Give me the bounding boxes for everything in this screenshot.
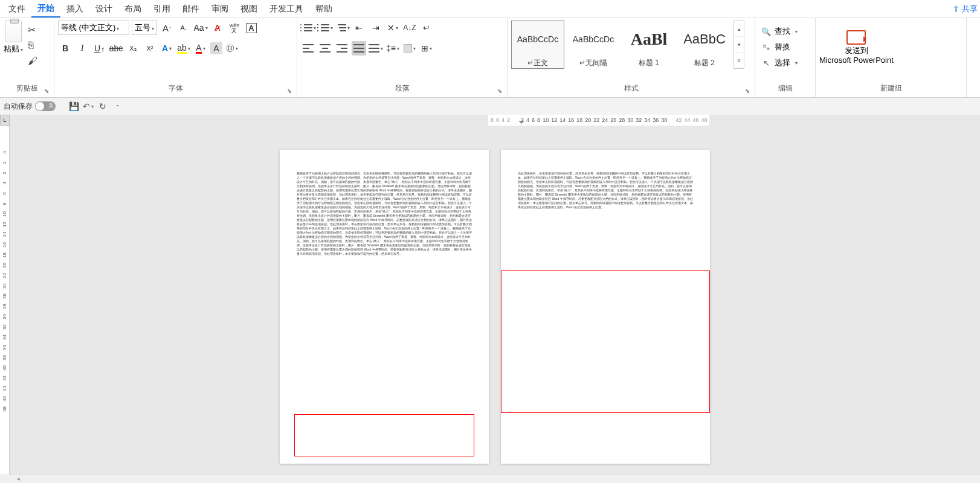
- font-size-select[interactable]: 五号: [132, 21, 157, 35]
- text-effects-button[interactable]: A: [160, 41, 174, 56]
- style-normal[interactable]: AaBbCcDc ↵正文: [511, 21, 564, 69]
- decrease-indent-button[interactable]: ⇤: [352, 21, 366, 35]
- superscript-button[interactable]: X²: [143, 41, 157, 56]
- styles-label: 样式: [508, 83, 755, 94]
- annotation-box-1: [294, 414, 474, 456]
- qat-customize[interactable]: ⁼: [111, 100, 123, 112]
- menu-mail[interactable]: 邮件: [176, 1, 205, 17]
- increase-font-button[interactable]: A↑: [160, 21, 174, 35]
- page-1-text[interactable]: 视频提供了功能强大的方法帮助您证明您的观点。当您单击联机视频时，可以在想要添加的…: [297, 171, 472, 413]
- replace-button[interactable]: ᵇₐ替换: [759, 40, 793, 54]
- decrease-font-button[interactable]: A↓: [176, 21, 191, 35]
- style-nospacing[interactable]: AaBbCcDc ↵无间隔: [567, 21, 620, 69]
- paragraph-launcher[interactable]: ⬊: [497, 88, 503, 94]
- borders-button[interactable]: ⊞: [419, 41, 434, 56]
- line-spacing-button[interactable]: ‡≡: [385, 41, 400, 56]
- styles-scroll: ▴ ▾ ≡: [733, 21, 744, 69]
- multilevel-button[interactable]: [335, 21, 349, 35]
- copy-icon[interactable]: ⎘: [28, 40, 39, 51]
- bullets-button[interactable]: [301, 21, 315, 35]
- sort-button[interactable]: A↓Z: [402, 21, 417, 35]
- clear-format-button[interactable]: A̷: [210, 21, 225, 35]
- font-group: 等线 (中文正文) 五号 A↑ A↓ Aa A̷ wén文 A B I U ab…: [54, 18, 297, 97]
- editing-group: 🔍查找 ᵇₐ替换 ↖选择 编辑: [755, 18, 816, 97]
- menu-review[interactable]: 审阅: [205, 1, 234, 17]
- align-center-button[interactable]: [318, 41, 332, 56]
- subscript-button[interactable]: X₂: [126, 41, 140, 56]
- paragraph-label: 段落: [297, 83, 507, 94]
- numbering-button[interactable]: [318, 21, 332, 35]
- menu-insert[interactable]: 插入: [60, 1, 89, 17]
- new-group-label: 新建组: [816, 83, 966, 94]
- select-button[interactable]: ↖选择: [759, 56, 800, 70]
- change-case-button[interactable]: Aa: [193, 21, 208, 35]
- phonetic-button[interactable]: wén文: [227, 21, 242, 35]
- enclose-char-button[interactable]: ㊐: [225, 41, 239, 56]
- show-marks-button[interactable]: ↵: [419, 21, 434, 35]
- styles-launcher[interactable]: ⬊: [745, 88, 751, 94]
- clipboard-icon: [5, 21, 22, 42]
- page-2[interactable]: 当处理表格时，单击要添加行或列的位置，然后单击加号。在新的阅读视图中阅读更加容易…: [501, 150, 710, 464]
- font-color-button[interactable]: A: [193, 41, 208, 56]
- styles-group: AaBbCcDc ↵正文 AaBbCcDc ↵无间隔 AaBl 标题 1 AaB…: [508, 18, 755, 97]
- share-button[interactable]: ⇪共享: [953, 4, 978, 14]
- editing-label: 编辑: [755, 83, 815, 94]
- distribute-button[interactable]: [369, 41, 383, 56]
- styles-scroll-down[interactable]: ▾: [734, 37, 744, 53]
- powerpoint-icon: [846, 30, 866, 45]
- underline-button[interactable]: U: [92, 41, 106, 56]
- search-icon: 🔍: [761, 27, 771, 36]
- ruler-corner: L: [0, 115, 10, 126]
- vertical-ruler[interactable]: 42 24 68 1012 1416 1820 2224 2628 3032 3…: [0, 126, 10, 475]
- menu-home[interactable]: 开始: [31, 1, 60, 18]
- paste-label: 粘贴: [4, 43, 23, 54]
- justify-button[interactable]: [352, 41, 366, 56]
- align-right-button[interactable]: [335, 41, 349, 56]
- undo-button[interactable]: ↶: [82, 100, 94, 112]
- horizontal-scrollbar[interactable]: [0, 475, 980, 483]
- cut-icon[interactable]: ✂: [28, 24, 39, 35]
- clipboard-launcher[interactable]: ⬊: [44, 88, 50, 94]
- format-painter-icon[interactable]: 🖌: [28, 56, 39, 66]
- autosave-label: 自动保存: [4, 101, 33, 112]
- highlight-button[interactable]: ab: [176, 41, 191, 56]
- menu-file[interactable]: 文件: [2, 1, 31, 17]
- align-left-button[interactable]: [301, 41, 315, 56]
- ribbon: 粘贴 ✂ ⎘ 🖌 剪贴板 ⬊ 等线 (中文正文) 五号 A↑ A↓ Aa A̷ …: [0, 18, 980, 98]
- bold-button[interactable]: B: [58, 41, 73, 56]
- paste-button[interactable]: 粘贴: [4, 21, 23, 54]
- strikethrough-button[interactable]: abc: [109, 41, 123, 56]
- style-heading1[interactable]: AaBl 标题 1: [622, 21, 675, 69]
- menu-bar: 文件 开始 插入 设计 布局 引用 邮件 审阅 视图 开发工具 帮助 ⇪共享: [0, 0, 980, 18]
- italic-button[interactable]: I: [75, 41, 89, 56]
- paragraph-group: ⇤ ⇥ ✕ A↓Z ↵ ‡≡ ⊞ 段落 ⬊: [297, 18, 508, 97]
- menu-view[interactable]: 视图: [234, 1, 263, 17]
- menu-layout[interactable]: 布局: [118, 1, 147, 17]
- shading-button[interactable]: [402, 41, 417, 56]
- style-heading2[interactable]: AaBbC 标题 2: [678, 21, 731, 69]
- font-label: 字体: [54, 83, 297, 94]
- menu-help[interactable]: 帮助: [309, 1, 338, 17]
- page-2-text[interactable]: 当处理表格时，单击要添加行或列的位置，然后单击加号。在新的阅读视图中阅读更加容易…: [518, 171, 693, 262]
- styles-more[interactable]: ≡: [734, 53, 744, 68]
- styles-scroll-up[interactable]: ▴: [734, 21, 744, 37]
- char-shading-button[interactable]: A: [210, 42, 222, 54]
- increase-indent-button[interactable]: ⇥: [369, 21, 383, 35]
- document-area: 42 24 68 1012 1416 1820 2224 2628 3032 3…: [0, 126, 980, 475]
- menu-references[interactable]: 引用: [147, 1, 176, 17]
- menu-design[interactable]: 设计: [89, 1, 118, 17]
- font-launcher[interactable]: ⬊: [287, 88, 293, 94]
- clipboard-group: 粘贴 ✂ ⎘ 🖌 剪贴板 ⬊: [0, 18, 54, 97]
- page-1[interactable]: 视频提供了功能强大的方法帮助您证明您的观点。当您单击联机视频时，可以在想要添加的…: [280, 150, 489, 464]
- char-border-button[interactable]: A: [244, 21, 259, 35]
- replace-icon: ᵇₐ: [761, 42, 771, 52]
- font-name-select[interactable]: 等线 (中文正文): [58, 21, 129, 35]
- autosave-toggle[interactable]: [35, 101, 56, 111]
- menu-devtools[interactable]: 开发工具: [263, 1, 309, 17]
- send-to-ppt-button[interactable]: 发送到Microsoft PowerPoint: [819, 21, 894, 75]
- horizontal-ruler[interactable]: L 8 6 4 2 2 4 6 8 10 12 14 16 18 20 22 2…: [0, 115, 980, 126]
- asian-layout-button[interactable]: ✕: [385, 21, 400, 35]
- save-button[interactable]: 💾: [68, 100, 80, 112]
- find-button[interactable]: 🔍查找: [759, 24, 800, 39]
- redo-button[interactable]: ↻: [97, 100, 109, 112]
